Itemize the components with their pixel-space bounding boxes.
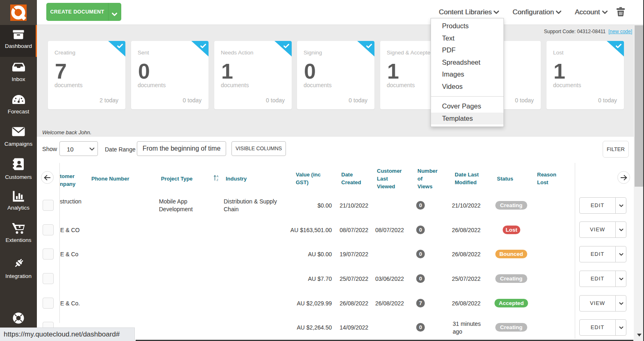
svg-text:Z: Z: [217, 178, 219, 181]
svg-text:A: A: [217, 175, 219, 178]
